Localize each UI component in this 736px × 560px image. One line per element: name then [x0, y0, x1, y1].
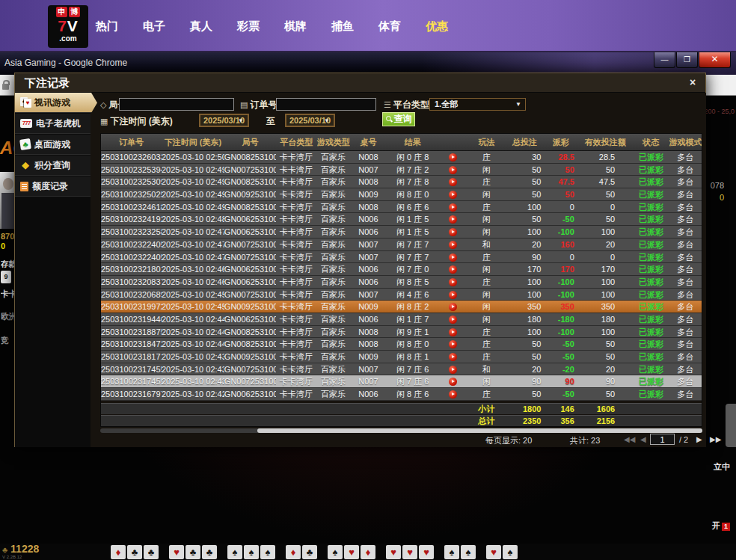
table-row[interactable]: 2503100232240532025-03-10 02:47:19GN0072… [101, 239, 702, 251]
cell-result: 闲 7 庄 8 [387, 176, 438, 188]
sum-cell-table [350, 404, 387, 414]
table-row[interactable]: 2503100231997282025-03-10 02:45:23GN0092… [101, 301, 702, 313]
cell-valid: 20 [577, 363, 633, 375]
nav-item-live[interactable]: 真人 [190, 19, 212, 34]
cell-platform: 卡卡湾厅 [276, 326, 316, 338]
sidebar-item-points[interactable]: ◆ 积分查询 [15, 156, 91, 176]
sum-cell-round [224, 416, 276, 426]
cell-status: 已派彩 [633, 276, 669, 288]
table-row[interactable]: 2503100231847222025-03-10 02:44:13GN0082… [101, 338, 702, 351]
play-video-icon[interactable] [449, 153, 457, 161]
play-video-icon[interactable] [449, 316, 457, 324]
play-video-icon[interactable] [449, 166, 457, 174]
sidebar-item-label: 电子老虎机 [36, 117, 81, 130]
per-page-label: 每页显示: 20 [485, 435, 532, 446]
table-row[interactable]: 2503100232461862025-03-10 02:49:01GN0082… [101, 201, 702, 214]
platform-type-select[interactable]: 1.全部 ▼ [429, 98, 526, 111]
cell-method: 庄 [468, 388, 505, 400]
sum-cell-payout: 356 [544, 416, 577, 426]
table-row[interactable]: 2503100232530972025-03-10 02:49:33GN0082… [101, 176, 702, 188]
play-video-icon[interactable] [449, 291, 457, 299]
cell-payout: -180 [544, 313, 577, 325]
sidebar-item-video-games[interactable]: 视讯游戏 [15, 93, 97, 113]
table-row[interactable]: 2503100232180142025-03-10 02:46:45GN0062… [101, 263, 702, 276]
table-row[interactable]: 2503100232419202025-03-10 02:48:44GN0062… [101, 213, 702, 226]
left-fragment: 0 [1, 241, 15, 250]
play-video-icon[interactable] [449, 191, 457, 199]
play-video-icon[interactable] [449, 215, 457, 224]
window-close-button[interactable]: ✕ [699, 52, 731, 68]
maximize-button[interactable]: ❐ [676, 52, 698, 68]
search-button[interactable]: 查询 [382, 112, 415, 126]
date-to-picker[interactable]: 2025/03/10▼ [285, 114, 335, 127]
card-group: ♠♥♦ [328, 545, 375, 559]
cell-status: 已派彩 [633, 338, 669, 350]
table-row[interactable]: 2503100232603302025-03-10 02:50:08GN0082… [101, 151, 702, 164]
date-from-picker[interactable]: 2025/03/10▼ [199, 114, 249, 127]
minimize-button[interactable]: — [654, 52, 675, 68]
cell-game: 百家乐 [316, 301, 349, 313]
play-video-icon[interactable] [449, 278, 457, 286]
sidebar-item-slots[interactable]: 777 电子老虎机 [15, 114, 91, 134]
table-row[interactable]: 2503100231817142025-03-10 02:43:59GN0092… [101, 351, 702, 363]
table-row[interactable]: 2503100232240522025-03-10 02:47:19GN0072… [101, 251, 702, 264]
cell-status: 已派彩 [633, 289, 669, 301]
play-video-icon[interactable] [449, 228, 457, 236]
sidebar-item-credit-records[interactable]: 额度记录 [15, 176, 91, 197]
table-row[interactable]: 2503100231887542025-03-10 02:44:32GN0082… [101, 326, 702, 339]
prev-page-icon[interactable]: ◀ [640, 435, 646, 443]
table-row[interactable]: 2503100231745522025-03-10 02:43:28GN0072… [101, 363, 702, 376]
dialog-close-icon[interactable]: × [686, 76, 699, 89]
cell-result: 闲 1 庄 7 [387, 313, 438, 325]
cell-round: GN0062531005V [224, 313, 276, 325]
table-row[interactable]: 2503100232539432025-03-10 02:49:37GN0072… [101, 164, 702, 176]
nav-item-chess[interactable]: 棋牌 [284, 19, 307, 34]
cell-mode: 多台 [669, 338, 702, 350]
scrollbar-thumb[interactable] [257, 428, 702, 433]
playing-card-icon: ♠ [503, 545, 518, 559]
nav-item-electronic[interactable]: 电子 [143, 19, 165, 34]
next-page-icon[interactable]: ▶ [696, 435, 702, 443]
play-video-icon[interactable] [449, 340, 457, 348]
order-number-input[interactable] [276, 98, 376, 111]
table-row[interactable]: 2503100231679772025-03-10 02:42:59GN0062… [101, 388, 702, 401]
site-logo[interactable]: 申 博 7V .com [48, 5, 88, 48]
nav-item-hot[interactable]: 热门 [96, 19, 118, 34]
list-icon: ☰ [384, 100, 391, 109]
page-number-input[interactable] [650, 434, 675, 445]
cell-time: 2025-03-10 02:49:37 [162, 164, 224, 176]
play-video-icon[interactable] [449, 353, 457, 361]
right-edge-tab[interactable] [726, 404, 736, 447]
play-video-icon[interactable] [449, 241, 457, 249]
cell-table: N006 [350, 263, 387, 275]
nav-item-fishing[interactable]: 捕鱼 [331, 19, 354, 34]
table-row[interactable]: 2503100232083722025-03-10 02:46:02GN0062… [101, 276, 702, 289]
round-number-input[interactable] [119, 98, 234, 111]
sidebar-item-table-games[interactable]: ♣ 桌面游戏 [15, 135, 91, 155]
play-video-icon[interactable] [449, 253, 457, 262]
sum-cell-game [316, 416, 349, 426]
table-row[interactable]: 2503100232325822025-03-10 02:47:57GN0062… [101, 226, 702, 239]
table-row[interactable]: 2503100231745512025-03-10 02:43:28GN0072… [101, 375, 702, 388]
horizontal-scrollbar[interactable] [100, 428, 702, 433]
play-video-icon[interactable] [449, 328, 457, 336]
cell-status: 已派彩 [633, 263, 669, 275]
table-row[interactable]: 2503100231944632025-03-10 02:44:59GN0062… [101, 313, 702, 326]
last-page-icon[interactable]: ▶▶ [710, 435, 721, 443]
cell-bet: 50 [505, 164, 544, 176]
nav-item-sports[interactable]: 体育 [378, 19, 401, 34]
nav-item-lottery[interactable]: 彩票 [237, 19, 260, 34]
play-video-icon[interactable] [449, 303, 457, 311]
window-title: Asia Gaming - Google Chrome [4, 58, 127, 68]
table-row[interactable]: 2503100232068902025-03-10 02:45:54GN0072… [101, 289, 702, 301]
table-row[interactable]: 2503100232502522025-03-10 02:49:22GN0092… [101, 188, 702, 201]
play-video-icon[interactable] [449, 366, 457, 374]
play-video-icon[interactable] [449, 378, 457, 386]
play-video-icon[interactable] [449, 390, 457, 399]
play-video-icon[interactable] [449, 178, 457, 186]
first-page-icon[interactable]: ◀◀ [624, 435, 635, 443]
nav-item-promo[interactable]: 优惠 [426, 19, 448, 34]
play-video-icon[interactable] [449, 265, 457, 274]
play-video-icon[interactable] [449, 203, 457, 212]
cell-valid: 50 [577, 213, 633, 225]
